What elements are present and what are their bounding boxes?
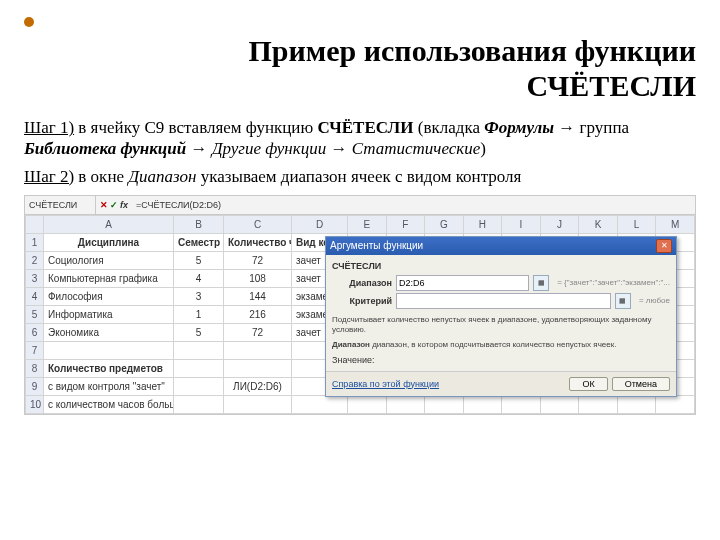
- ok-button[interactable]: ОК: [569, 377, 607, 391]
- cell[interactable]: [292, 395, 348, 413]
- fx-icon[interactable]: fx: [120, 200, 128, 210]
- cell[interactable]: [224, 359, 292, 377]
- column-header[interactable]: K: [579, 215, 618, 233]
- row-header[interactable]: 3: [26, 269, 44, 287]
- column-header[interactable]: A: [44, 215, 174, 233]
- result-label: Значение:: [332, 355, 670, 365]
- cell[interactable]: [540, 395, 579, 413]
- cell[interactable]: [425, 395, 464, 413]
- cell[interactable]: Дисциплина: [44, 233, 174, 251]
- cell[interactable]: [502, 395, 541, 413]
- dialog-buttons: ОК Отмена: [569, 377, 670, 391]
- cell[interactable]: [579, 395, 618, 413]
- row-header[interactable]: 1: [26, 233, 44, 251]
- column-header[interactable]: L: [617, 215, 656, 233]
- formula-bar: СЧЁТЕСЛИ ✕ ✓ fx =СЧЁТЕСЛИ(D2:D6): [25, 196, 695, 215]
- criteria-input[interactable]: [396, 293, 611, 309]
- row-header[interactable]: 2: [26, 251, 44, 269]
- cell[interactable]: 72: [224, 251, 292, 269]
- column-header[interactable]: D: [292, 215, 348, 233]
- column-header[interactable]: C: [224, 215, 292, 233]
- name-box[interactable]: СЧЁТЕСЛИ: [25, 196, 96, 214]
- row-header[interactable]: 8: [26, 359, 44, 377]
- close-icon[interactable]: ✕: [656, 239, 672, 253]
- cell[interactable]: Количество предметов: [44, 359, 174, 377]
- cell[interactable]: 3: [174, 287, 224, 305]
- column-header[interactable]: M: [656, 215, 695, 233]
- cell[interactable]: [224, 395, 292, 413]
- arg-description: Диапазон диапазон, в котором подсчитывае…: [332, 340, 670, 349]
- cell[interactable]: 72: [224, 323, 292, 341]
- cell[interactable]: [463, 395, 502, 413]
- cell[interactable]: [174, 341, 224, 359]
- dialog-title-text: Аргументы функции: [330, 240, 423, 251]
- cell[interactable]: Количество часов: [224, 233, 292, 251]
- cell[interactable]: [44, 341, 174, 359]
- function-description: Подсчитывает количество непустых ячеек в…: [332, 315, 670, 336]
- range-input[interactable]: [396, 275, 529, 291]
- column-header[interactable]: I: [502, 215, 541, 233]
- cell[interactable]: [174, 377, 224, 395]
- cell[interactable]: Информатика: [44, 305, 174, 323]
- range-field: Диапазон ▦ = {"зачет":"зачет":"экзамен":…: [332, 275, 670, 291]
- row-header[interactable]: 6: [26, 323, 44, 341]
- row-header[interactable]: 9: [26, 377, 44, 395]
- column-header[interactable]: J: [540, 215, 579, 233]
- column-header[interactable]: F: [386, 215, 425, 233]
- cell[interactable]: 1: [174, 305, 224, 323]
- step-2-text: Шаг 2) в окне Диапазон указываем диапазо…: [24, 166, 696, 187]
- collapse-dialog-icon[interactable]: ▦: [533, 275, 549, 291]
- cell[interactable]: 108: [224, 269, 292, 287]
- cell[interactable]: Семестр: [174, 233, 224, 251]
- cell[interactable]: Социология: [44, 251, 174, 269]
- table-row: 10с количеством часов больше 100: [26, 395, 695, 413]
- cell[interactable]: Философия: [44, 287, 174, 305]
- help-link[interactable]: Справка по этой функции: [332, 379, 439, 389]
- row-header[interactable]: 5: [26, 305, 44, 323]
- cell[interactable]: ЛИ(D2:D6): [224, 377, 292, 395]
- row-header[interactable]: 7: [26, 341, 44, 359]
- cell[interactable]: [386, 395, 425, 413]
- dialog-titlebar[interactable]: Аргументы функции ✕: [326, 237, 676, 255]
- cell[interactable]: 144: [224, 287, 292, 305]
- cell[interactable]: [348, 395, 387, 413]
- cell[interactable]: [174, 359, 224, 377]
- cell[interactable]: 5: [174, 251, 224, 269]
- criteria-label: Критерий: [332, 296, 392, 306]
- title-line1: Пример использования функции: [249, 34, 697, 67]
- collapse-dialog-icon[interactable]: ▦: [615, 293, 631, 309]
- column-header[interactable]: G: [425, 215, 464, 233]
- column-header[interactable]: H: [463, 215, 502, 233]
- row-header[interactable]: 10: [26, 395, 44, 413]
- cell[interactable]: [224, 341, 292, 359]
- cell[interactable]: 5: [174, 323, 224, 341]
- slide-title: Пример использования функции СЧЁТЕСЛИ: [24, 34, 696, 103]
- range-hint: = {"зачет":"зачет":"экзамен":"...: [557, 278, 670, 287]
- enter-icon[interactable]: ✓: [110, 200, 118, 210]
- row-header[interactable]: 4: [26, 287, 44, 305]
- cancel-icon[interactable]: ✕: [100, 200, 108, 210]
- criteria-hint: = любое: [639, 296, 670, 305]
- cell[interactable]: Компьютерная графика: [44, 269, 174, 287]
- cell[interactable]: [656, 395, 695, 413]
- title-line2: СЧЁТЕСЛИ: [526, 69, 696, 102]
- dialog-footer: Справка по этой функции ОК Отмена: [326, 371, 676, 396]
- cell[interactable]: [617, 395, 656, 413]
- column-header[interactable]: B: [174, 215, 224, 233]
- criteria-field: Критерий ▦ = любое: [332, 293, 670, 309]
- cell[interactable]: 4: [174, 269, 224, 287]
- dialog-function-name: СЧЁТЕСЛИ: [332, 261, 670, 271]
- step2-label: Шаг 2): [24, 167, 74, 186]
- formula-input[interactable]: =СЧЁТЕСЛИ(D2:D6): [132, 200, 225, 210]
- step-1-text: Шаг 1) в ячейку C9 вставляем функцию СЧЁ…: [24, 117, 696, 160]
- cell[interactable]: с количеством часов больше 100: [44, 395, 174, 413]
- cell[interactable]: Экономика: [44, 323, 174, 341]
- excel-screenshot: СЧЁТЕСЛИ ✕ ✓ fx =СЧЁТЕСЛИ(D2:D6) ABCDEFG…: [24, 195, 696, 415]
- corner-cell[interactable]: [26, 215, 44, 233]
- dialog-body: СЧЁТЕСЛИ Диапазон ▦ = {"зачет":"зачет":"…: [326, 255, 676, 371]
- cell[interactable]: с видом контроля "зачет": [44, 377, 174, 395]
- cancel-button[interactable]: Отмена: [612, 377, 670, 391]
- cell[interactable]: 216: [224, 305, 292, 323]
- cell[interactable]: [174, 395, 224, 413]
- column-header[interactable]: E: [348, 215, 387, 233]
